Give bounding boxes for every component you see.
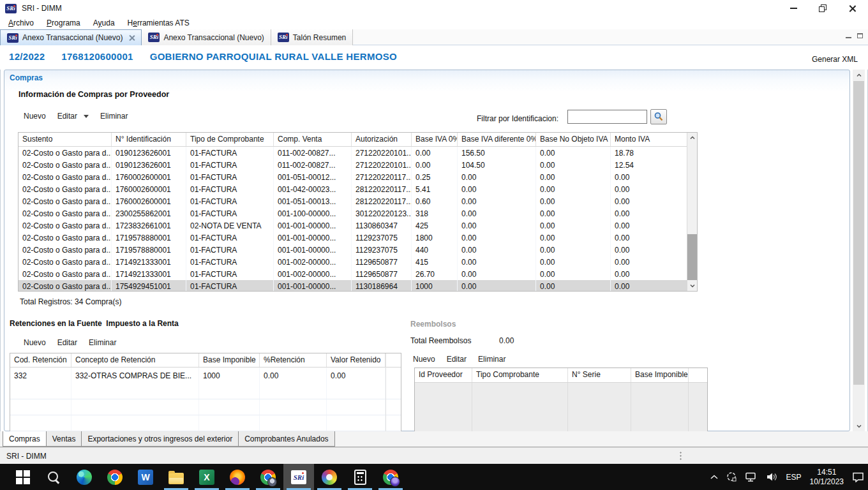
nuevo-button[interactable]: Nuevo bbox=[24, 112, 46, 121]
tab-comprobantes-anulados[interactable]: Comprobantes Anulados bbox=[238, 431, 334, 447]
column-header[interactable]: Base No Objeto IVA bbox=[536, 133, 611, 146]
editar-button[interactable]: Editar bbox=[57, 112, 77, 121]
close-button[interactable] bbox=[837, 0, 867, 17]
column-header[interactable]: Base IVA diferente 0% bbox=[458, 133, 536, 146]
tab-anexo-transaccional-1[interactable]: SRi Anexo Transaccional (Nuevo) bbox=[0, 29, 142, 45]
column-header[interactable]: N° Serie bbox=[568, 368, 631, 382]
column-header[interactable]: %Retención bbox=[260, 353, 327, 367]
chrome-profile-2-icon[interactable] bbox=[375, 464, 406, 490]
pane-minimize-icon[interactable] bbox=[846, 34, 851, 38]
eliminar-button[interactable]: Eliminar bbox=[89, 338, 116, 347]
menu-programa[interactable]: Programa bbox=[45, 18, 82, 28]
table-row[interactable]: 02-Costo o Gasto para d...17149213330010… bbox=[19, 268, 687, 280]
column-header[interactable]: Base Imponible bbox=[631, 368, 689, 382]
table-row[interactable] bbox=[10, 399, 401, 415]
column-header[interactable]: Autorización bbox=[352, 133, 412, 146]
chrome-icon[interactable] bbox=[100, 464, 130, 490]
column-header[interactable]: N° Identificación bbox=[112, 133, 186, 146]
firefox-icon[interactable] bbox=[222, 464, 253, 490]
column-header[interactable]: Concepto de Retención bbox=[71, 353, 199, 367]
taskbar-search-icon[interactable] bbox=[38, 464, 69, 490]
pane-maximize-icon[interactable] bbox=[857, 33, 863, 38]
panel-scrollbar[interactable] bbox=[853, 70, 865, 431]
scroll-down-icon[interactable] bbox=[690, 283, 695, 288]
start-button-icon[interactable] bbox=[8, 464, 38, 490]
table-cell: 0.00 bbox=[536, 171, 611, 183]
restore-button[interactable] bbox=[808, 0, 837, 17]
scrollbar-thumb[interactable] bbox=[853, 81, 864, 385]
nuevo-button[interactable]: Nuevo bbox=[413, 355, 435, 364]
menu-herramientas-ats[interactable]: Herramientas ATS bbox=[126, 18, 191, 28]
table-row[interactable]: 02-Costo o Gasto para d...17195788800010… bbox=[19, 244, 687, 256]
table-row[interactable]: 02-Costo o Gasto para d...17238326610010… bbox=[19, 219, 687, 232]
clock[interactable]: 14:51 10/1/2023 bbox=[810, 468, 844, 487]
editar-button[interactable]: Editar bbox=[57, 338, 77, 347]
language-indicator[interactable]: ESP bbox=[786, 473, 802, 482]
column-header[interactable]: Valor Retenido bbox=[327, 353, 385, 367]
minimize-button[interactable] bbox=[779, 0, 808, 17]
generar-xml-button[interactable]: Generar XML bbox=[812, 55, 858, 64]
table-row[interactable]: 02-Costo o Gasto para d...01901236260010… bbox=[19, 159, 687, 171]
tray-status-icon[interactable] bbox=[726, 471, 737, 482]
filter-input[interactable] bbox=[567, 110, 647, 124]
tab-talon-resumen[interactable]: SRi Talón Resumen bbox=[271, 29, 353, 45]
table-row[interactable]: 02-Costo o Gasto para d...17195788800010… bbox=[19, 232, 687, 244]
sri-dimm-icon[interactable]: SRi bbox=[283, 464, 314, 490]
column-header[interactable]: Base Imponible bbox=[199, 353, 260, 367]
scrollbar-thumb[interactable] bbox=[687, 234, 697, 280]
column-header[interactable]: Cod. Retención bbox=[10, 353, 71, 367]
chrome-profile-glyph bbox=[260, 470, 276, 485]
column-header[interactable]: Sustento bbox=[19, 133, 112, 146]
menu-ayuda[interactable]: Ayuda bbox=[91, 18, 117, 28]
edge-icon[interactable] bbox=[69, 464, 100, 490]
table-row[interactable] bbox=[10, 383, 401, 399]
column-header[interactable]: Tipo de Comprobante bbox=[186, 133, 274, 146]
editar-button[interactable]: Editar bbox=[447, 355, 467, 364]
volume-icon[interactable] bbox=[766, 472, 778, 482]
tab-compras[interactable]: Compras bbox=[3, 431, 47, 447]
chevron-down-icon[interactable] bbox=[84, 115, 89, 118]
scroll-down-icon[interactable] bbox=[857, 424, 862, 429]
column-header[interactable]: Tipo Comprobante bbox=[472, 368, 568, 382]
column-header[interactable]: Id Proveedor bbox=[415, 368, 472, 382]
status-grip[interactable] bbox=[679, 451, 682, 461]
column-header[interactable]: Monto IVA bbox=[611, 133, 687, 146]
paint-icon[interactable] bbox=[314, 464, 345, 490]
tab-ventas[interactable]: Ventas bbox=[46, 431, 82, 447]
word-icon[interactable]: W bbox=[130, 464, 161, 490]
table-row[interactable]: 02-Costo o Gasto para d...17549294510010… bbox=[19, 280, 687, 292]
table-cell: 301220220123... bbox=[352, 207, 412, 219]
scroll-up-icon[interactable] bbox=[690, 135, 695, 140]
tab-close-icon[interactable] bbox=[129, 35, 135, 41]
table-row[interactable]: 02-Costo o Gasto para d...17149213330010… bbox=[19, 256, 687, 268]
table-row[interactable]: 02-Costo o Gasto para d...17600026000010… bbox=[19, 183, 687, 195]
calculator-icon[interactable] bbox=[345, 464, 375, 490]
eliminar-button[interactable]: Eliminar bbox=[478, 355, 505, 364]
menu-archivo[interactable]: Archivo bbox=[6, 18, 36, 28]
file-explorer-icon[interactable] bbox=[161, 464, 191, 490]
chrome-profile-icon[interactable] bbox=[253, 464, 283, 490]
table-row[interactable]: 332332-OTRAS COMPRAS DE BIE...10000.000.… bbox=[10, 368, 401, 383]
column-header[interactable]: Comp. Venta bbox=[274, 133, 352, 146]
tab-exportaciones[interactable]: Exportaciones y otros ingresos del exter… bbox=[81, 431, 239, 447]
scroll-up-icon[interactable] bbox=[857, 73, 862, 78]
nuevo-button[interactable]: Nuevo bbox=[24, 338, 46, 347]
search-button[interactable] bbox=[650, 109, 667, 124]
restore-icon bbox=[819, 4, 827, 12]
table-row[interactable] bbox=[10, 415, 401, 431]
table-cell: 1129650877 bbox=[352, 256, 412, 268]
table-cell: 1130186964 bbox=[352, 280, 412, 292]
sri-tab-logo-icon: SRi bbox=[278, 33, 289, 42]
excel-icon[interactable]: X bbox=[191, 464, 222, 490]
notification-icon[interactable] bbox=[852, 471, 864, 482]
chevron-up-icon[interactable] bbox=[710, 475, 718, 480]
eliminar-button[interactable]: Eliminar bbox=[100, 112, 128, 121]
table-row[interactable]: 02-Costo o Gasto para d...23002558620010… bbox=[19, 207, 687, 219]
table-row[interactable]: 02-Costo o Gasto para d...01901236260010… bbox=[19, 147, 687, 159]
column-header[interactable]: Base IVA 0% bbox=[412, 133, 458, 146]
table-row[interactable]: 02-Costo o Gasto para d...17600026000010… bbox=[19, 195, 687, 207]
network-icon[interactable] bbox=[745, 472, 758, 482]
table-row[interactable]: 02-Costo o Gasto para d...17600026000010… bbox=[19, 171, 687, 183]
table-scrollbar[interactable] bbox=[687, 133, 697, 291]
tab-anexo-transaccional-2[interactable]: SRi Anexo Transaccional (Nuevo) bbox=[142, 29, 271, 45]
